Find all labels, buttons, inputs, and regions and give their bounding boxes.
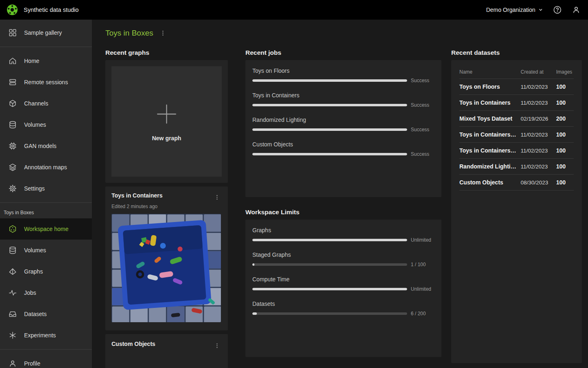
sidebar-item-home[interactable]: Home	[0, 50, 92, 72]
database-icon	[8, 246, 17, 255]
dataset-created-at: 11/02/2023	[521, 100, 556, 106]
sidebar-item-volumes[interactable]: Volumes	[0, 114, 92, 135]
org-name: Demo Organization	[486, 7, 535, 13]
sidebar-item-label: Channels	[24, 100, 48, 107]
limit-progress-bar	[252, 288, 407, 290]
section-title: Recent jobs	[245, 49, 441, 56]
job-name: Toys on Floors	[252, 67, 434, 74]
activity-icon	[8, 288, 17, 297]
sidebar-item-label: Workspace home	[24, 226, 69, 232]
page-kebab-menu[interactable]	[158, 28, 168, 38]
dataset-row[interactable]: Toys on Floors 11/02/2023 100	[459, 79, 574, 95]
dataset-name: Toys in Containers - ...	[459, 147, 521, 154]
user-icon[interactable]	[572, 5, 581, 14]
job-progress-bar	[252, 79, 407, 82]
section-title: Recent datasets	[451, 49, 582, 56]
dataset-row[interactable]: Toys in Containers - ... 11/02/2023 100	[459, 143, 574, 159]
sidebar-item-graphs[interactable]: Graphs	[0, 261, 92, 282]
dataset-row[interactable]: Toys in Containers - ... 11/02/2023 100	[459, 127, 574, 143]
datasets-table-header: Name Created at Images	[459, 65, 574, 79]
sidebar-item-profile[interactable]: Profile	[0, 353, 92, 368]
job-row[interactable]: Randomized Lighting Success	[252, 117, 434, 132]
sidebar-item-label: Sample gallery	[24, 29, 62, 36]
server-icon	[8, 78, 17, 87]
column-header-created-at: Created at	[521, 69, 556, 75]
job-status: Success	[411, 78, 434, 83]
job-row[interactable]: Toys in Containers Success	[252, 92, 434, 108]
job-row[interactable]: Toys on Floors Success	[252, 67, 434, 83]
dataset-images: 100	[556, 163, 574, 170]
sidebar-item-label: Annotation maps	[24, 164, 67, 171]
graph-card-kebab-menu[interactable]	[212, 192, 222, 202]
app-logo-icon[interactable]	[7, 4, 18, 16]
job-name: Randomized Lighting	[252, 117, 434, 123]
sidebar-item-jobs[interactable]: Jobs	[0, 282, 92, 303]
sidebar-item-workspace-volumes[interactable]: Volumes	[0, 240, 92, 261]
sidebar-divider	[0, 349, 92, 350]
limit-progress-bar	[252, 239, 407, 241]
job-status: Success	[411, 102, 434, 108]
sidebar-item-experiments[interactable]: Experiments	[0, 325, 92, 346]
recent-graphs-section: Recent graphs New graph Toys in Containe…	[105, 49, 228, 368]
section-title: Recent graphs	[105, 49, 228, 56]
dataset-row[interactable]: Toys in Containers 11/02/2023 100	[459, 95, 574, 111]
dataset-images: 100	[556, 179, 574, 186]
chip-icon	[8, 141, 17, 150]
dataset-created-at: 11/02/2023	[521, 132, 556, 138]
limit-value: Unlimited	[411, 286, 434, 292]
limit-progress-bar	[252, 263, 407, 266]
main-content: Toys in Boxes Recent graphs New graph	[92, 20, 588, 368]
limit-row: Graphs Unlimited	[252, 227, 434, 243]
sidebar-item-annotation-maps[interactable]: Annotation maps	[0, 157, 92, 178]
graph-card[interactable]: Custom Objects	[105, 334, 228, 368]
asterisk-icon	[8, 331, 17, 340]
sidebar-item-label: Datasets	[24, 311, 47, 317]
org-selector[interactable]: Demo Organization	[486, 7, 543, 13]
sidebar-item-label: Remote sessions	[24, 79, 68, 85]
help-icon[interactable]	[553, 5, 562, 14]
section-title: Workspace Limits	[245, 209, 441, 216]
workspace-section-label: Toys in Boxes	[0, 206, 92, 218]
dataset-created-at: 11/02/2023	[521, 164, 556, 170]
dataset-name: Toys on Floors	[459, 83, 521, 90]
dataset-created-at: 02/19/2026	[521, 116, 556, 122]
column-header-images: Images	[556, 69, 574, 75]
sidebar-item-gan-models[interactable]: GAN models	[0, 135, 92, 157]
dataset-images: 100	[556, 147, 574, 154]
sidebar: Sample gallery Home Remote sessions	[0, 20, 92, 368]
new-graph-button[interactable]: New graph	[111, 66, 222, 177]
page-header: Toys in Boxes	[105, 28, 581, 38]
home-icon	[8, 56, 17, 65]
dataset-name: Custom Objects	[459, 179, 521, 186]
sidebar-item-sample-gallery[interactable]: Sample gallery	[0, 22, 92, 43]
limit-name: Compute Time	[252, 276, 434, 283]
sidebar-item-settings[interactable]: Settings	[0, 178, 92, 199]
dataset-row[interactable]: Randomized Lighting 11/02/2023 100	[459, 159, 574, 175]
sidebar-item-label: Settings	[24, 185, 45, 192]
plus-icon	[154, 101, 179, 127]
new-graph-label: New graph	[152, 135, 181, 141]
sidebar-item-channels[interactable]: Channels	[0, 93, 92, 114]
limit-name: Staged Graphs	[252, 251, 434, 258]
dataset-row[interactable]: Custom Objects 08/30/2023 100	[459, 175, 574, 191]
sidebar-item-remote-sessions[interactable]: Remote sessions	[0, 72, 92, 93]
grid-icon	[8, 28, 17, 37]
dataset-images: 100	[556, 99, 574, 106]
job-progress-bar	[252, 128, 407, 131]
graph-card-subtitle: Edited 2 minutes ago	[111, 204, 222, 209]
limit-row: Compute Time Unlimited	[252, 276, 434, 292]
graph-card[interactable]: Toys in Containers Edited 2 minutes ago	[105, 186, 228, 330]
dataset-images: 200	[556, 115, 574, 122]
sidebar-item-label: Jobs	[24, 289, 36, 296]
sidebar-item-label: Volumes	[24, 247, 46, 254]
graph-card-kebab-menu[interactable]	[212, 341, 222, 350]
limit-value: 6 / 200	[411, 311, 434, 316]
workspace-limits-panel: Graphs Unlimited Staged Graphs 1 / 100	[245, 220, 441, 357]
job-row[interactable]: Custom Objects Success	[252, 141, 434, 157]
sidebar-item-datasets[interactable]: Datasets	[0, 303, 92, 325]
new-graph-panel: New graph	[105, 60, 228, 183]
sidebar-item-workspace-home[interactable]: Workspace home	[0, 218, 92, 240]
info-icon[interactable]	[207, 308, 218, 319]
column-header-name: Name	[459, 69, 521, 75]
dataset-row[interactable]: Mixed Toys Dataset 02/19/2026 200	[459, 111, 574, 127]
